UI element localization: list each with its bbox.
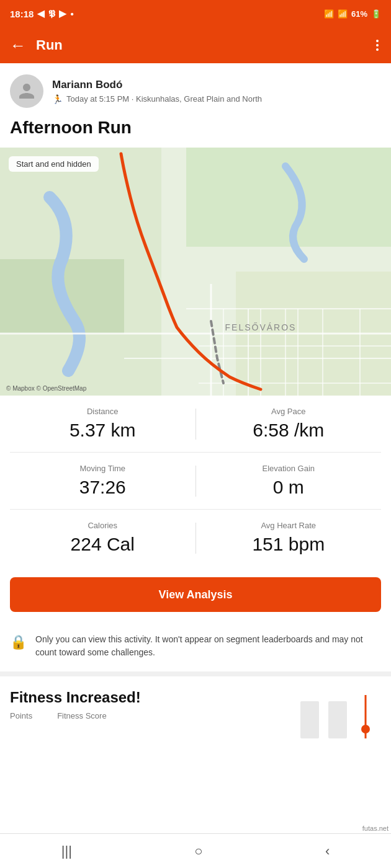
distance-label: Distance	[87, 407, 119, 416]
avatar	[10, 74, 43, 108]
stat-heart-rate: Avg Heart Rate 151 bpm	[196, 521, 382, 555]
status-bar: 18:18 ◀ 𝕻 ▶ • 📶 📶 61% 🔋	[0, 0, 391, 27]
svg-rect-24	[300, 701, 319, 738]
calories-label: Calories	[88, 521, 117, 530]
stat-moving-time: Moving Time 37:26	[10, 464, 196, 498]
watermark: futas.net	[360, 823, 391, 833]
elevation-label: Elevation Gain	[262, 464, 315, 473]
battery-display: 61%	[351, 9, 367, 19]
user-section: Mariann Bodó 🏃 Today at 5:15 PM · Kiskun…	[0, 63, 391, 114]
nav-recent-apps[interactable]: |||	[47, 838, 87, 864]
location-icon: ◀	[37, 8, 45, 19]
view-analysis-button[interactable]: View Analysis	[10, 577, 381, 612]
map-svg: 🌲 Fejeték FELSŐVÁROS	[0, 148, 391, 396]
stats-grid: Distance 5.37 km Avg Pace 6:58 /km Movin…	[0, 396, 391, 566]
map-container[interactable]: 🌲 Fejeték FELSŐVÁROS Start and end hidde…	[0, 148, 391, 396]
distance-value: 5.37 km	[70, 420, 136, 441]
stat-calories: Calories 224 Cal	[10, 521, 196, 555]
svg-text:FELSŐVÁROS: FELSŐVÁROS	[225, 322, 297, 332]
avatar-icon	[17, 82, 36, 100]
fitness-left: Fitness Increased! Points Fitness Score	[10, 689, 141, 720]
svg-rect-25	[328, 701, 347, 738]
battery-icon: 🔋	[371, 9, 381, 19]
stat-avg-pace: Avg Pace 6:58 /km	[196, 407, 382, 441]
privacy-text: Only you can view this activity. It won'…	[35, 633, 381, 659]
nav-home[interactable]: ○	[179, 838, 217, 864]
fitness-chart	[294, 689, 381, 745]
user-meta-text: Today at 5:15 PM · Kiskunhalas, Great Pl…	[66, 94, 262, 104]
heart-rate-label: Avg Heart Rate	[261, 521, 316, 530]
fitness-points-label: Points	[10, 711, 32, 720]
app-header: ← Run	[0, 27, 391, 63]
running-icon: 🏃	[52, 94, 63, 104]
fitness-cols: Points Fitness Score	[10, 711, 141, 720]
stat-distance: Distance 5.37 km	[10, 407, 196, 441]
user-meta: 🏃 Today at 5:15 PM · Kiskunhalas, Great …	[52, 94, 262, 104]
fitness-title: Fitness Increased!	[10, 689, 141, 706]
header-title: Run	[36, 37, 364, 53]
map-start-end-badge: Start and end hidden	[9, 156, 99, 172]
svg-point-27	[361, 725, 370, 733]
moving-time-value: 37:26	[79, 477, 126, 498]
privacy-note: 🔒 Only you can view this activity. It wo…	[0, 623, 391, 671]
menu-dot-1	[376, 40, 379, 42]
fitness-section: Fitness Increased! Points Fitness Score	[0, 676, 391, 751]
section-divider	[0, 671, 391, 676]
moving-time-label: Moving Time	[79, 464, 125, 473]
lock-icon: 🔒	[10, 634, 27, 650]
main-content: Mariann Bodó 🏃 Today at 5:15 PM · Kiskun…	[0, 63, 391, 868]
menu-dot-2	[376, 44, 379, 46]
back-button[interactable]: ←	[10, 36, 26, 55]
elevation-value: 0 m	[273, 477, 304, 498]
signal-icon: 📶	[338, 9, 348, 19]
pinterest-icon: 𝕻	[48, 8, 55, 19]
status-right: 📶 📶 61% 🔋	[324, 9, 381, 19]
user-name: Mariann Bodó	[52, 79, 262, 91]
youtube-icon: ▶	[59, 8, 66, 19]
more-menu-button[interactable]	[374, 37, 381, 53]
wifi-icon: 📶	[324, 9, 334, 19]
status-left: 18:18 ◀ 𝕻 ▶ •	[10, 8, 74, 19]
stats-row-2: Moving Time 37:26 Elevation Gain 0 m	[10, 453, 381, 510]
map-copyright: © Mapbox © OpenStreetMap	[6, 385, 86, 392]
fitness-score-label: Fitness Score	[57, 711, 106, 720]
stats-row-3: Calories 224 Cal Avg Heart Rate 151 bpm	[10, 510, 381, 566]
svg-rect-4	[186, 148, 391, 247]
heart-rate-value: 151 bpm	[252, 534, 325, 555]
stats-row-1: Distance 5.37 km Avg Pace 6:58 /km	[10, 396, 381, 453]
avg-pace-label: Avg Pace	[271, 407, 305, 416]
activity-title: Afternoon Run	[0, 114, 391, 148]
user-info: Mariann Bodó 🏃 Today at 5:15 PM · Kiskun…	[52, 79, 262, 104]
fitness-chart-svg	[294, 689, 381, 745]
dot-icon: •	[70, 9, 73, 19]
menu-dot-3	[376, 48, 379, 51]
stat-elevation: Elevation Gain 0 m	[196, 464, 382, 498]
nav-back[interactable]: ‹	[310, 838, 344, 864]
bottom-nav: ||| ○ ‹	[0, 833, 391, 868]
avg-pace-value: 6:58 /km	[253, 420, 324, 441]
calories-value: 224 Cal	[71, 534, 135, 555]
time-display: 18:18	[10, 9, 34, 19]
